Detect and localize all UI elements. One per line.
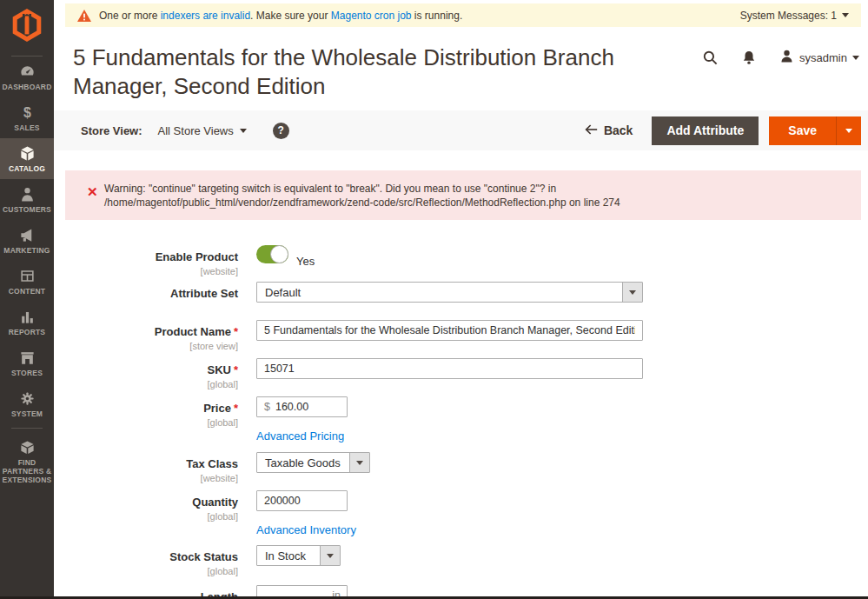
add-attribute-button[interactable]: Add Attribute — [652, 116, 759, 145]
sidebar-item-marketing[interactable]: MARKETING — [0, 220, 54, 261]
store-view-label: Store View: — [81, 124, 142, 137]
enable-product-label: Enable Product — [156, 250, 238, 263]
admin-user-menu[interactable]: sysadmin — [779, 49, 859, 66]
system-notice-bar: One or more indexers are invalid. Make s… — [65, 3, 861, 27]
magento-logo-icon[interactable] — [0, 0, 54, 56]
required-marker: * — [234, 402, 238, 415]
help-icon[interactable]: ? — [273, 123, 289, 139]
select-arrow-button — [622, 283, 642, 302]
chevron-down-icon — [356, 461, 363, 465]
sidebar-item-find-partners[interactable]: FIND PARTNERS & EXTENSIONS — [0, 432, 54, 490]
page-actions-toolbar: Store View: All Store Views ? Back Add A… — [54, 110, 868, 150]
save-options-toggle[interactable] — [836, 116, 861, 145]
tax-class-label: Tax Class — [186, 457, 238, 470]
extensions-box-icon — [2, 439, 52, 456]
save-button-group: Save — [769, 116, 861, 145]
stock-status-select[interactable]: In Stock — [256, 545, 341, 566]
product-name-input[interactable] — [256, 320, 643, 341]
sku-input[interactable] — [256, 358, 643, 379]
sidebar-item-dashboard[interactable]: DASHBOARD — [0, 57, 54, 97]
sidebar-item-system[interactable]: SYSTEM — [0, 383, 54, 424]
system-gear-icon — [2, 390, 52, 408]
sidebar-item-stores[interactable]: STORES — [0, 343, 54, 383]
sidebar-item-customers[interactable]: CUSTOMERS — [0, 179, 54, 220]
sku-label: SKU — [207, 363, 230, 376]
sidebar-label: CONTENT — [2, 287, 52, 296]
toggle-value-label: Yes — [296, 255, 315, 268]
php-warning-message: ✕ Warning: "continue" targeting switch i… — [65, 170, 861, 220]
back-button[interactable]: Back — [585, 123, 633, 137]
user-avatar-icon — [779, 49, 794, 66]
required-marker: * — [234, 363, 238, 376]
sidebar-label: DASHBOARD — [2, 83, 52, 91]
quantity-input[interactable] — [256, 490, 348, 511]
sidebar-label: CUSTOMERS — [2, 205, 52, 214]
chevron-down-icon — [629, 290, 636, 295]
chevron-down-icon — [327, 554, 334, 558]
scope-label: [website] — [54, 266, 238, 276]
admin-sidebar: DASHBOARD $ SALES CATALOG CUSTOMERS MARK… — [0, 0, 54, 599]
sidebar-label: MARKETING — [2, 246, 52, 255]
tax-class-select[interactable]: Taxable Goods — [256, 452, 370, 473]
notice-text: . Make sure your — [250, 10, 331, 22]
advanced-inventory-link[interactable]: Advanced Inventory — [256, 523, 356, 536]
toggle-knob — [270, 245, 288, 263]
product-name-label: Product Name — [155, 325, 231, 338]
scope-label: [website] — [54, 473, 238, 483]
store-view-value: All Store Views — [158, 124, 234, 137]
notice-text: One or more — [99, 10, 161, 22]
stores-icon — [2, 349, 52, 367]
php-warning-text: Warning: "continue" targeting switch is … — [104, 182, 791, 210]
attribute-set-value: Default — [257, 286, 622, 299]
notifications-bell-icon[interactable] — [741, 50, 757, 66]
chevron-down-icon — [240, 129, 247, 133]
username-label: sysadmin — [799, 51, 847, 64]
enable-product-toggle[interactable] — [256, 245, 288, 263]
chevron-down-icon — [842, 13, 849, 17]
search-icon[interactable] — [702, 50, 719, 66]
tax-class-value: Taxable Goods — [257, 456, 349, 469]
sidebar-item-content[interactable]: CONTENT — [0, 261, 54, 302]
warning-triangle-icon — [77, 10, 91, 22]
scope-label: [global] — [54, 379, 238, 389]
scope-label: [store view] — [54, 341, 238, 351]
customers-icon — [2, 186, 52, 203]
stock-status-value: In Stock — [257, 549, 320, 562]
price-input[interactable] — [275, 401, 328, 413]
stock-status-label: Stock Status — [169, 550, 238, 563]
sidebar-label: FIND PARTNERS & EXTENSIONS — [2, 458, 52, 484]
notice-message: One or more indexers are invalid. Make s… — [99, 10, 740, 22]
select-arrow-button — [320, 546, 340, 565]
currency-symbol: $ — [257, 401, 275, 413]
error-x-icon: ✕ — [87, 184, 98, 200]
sidebar-item-sales[interactable]: $ SALES — [0, 97, 54, 138]
system-messages-dropdown[interactable]: System Messages: 1 — [740, 10, 849, 22]
sidebar-label: SYSTEM — [2, 409, 52, 418]
back-label: Back — [604, 123, 633, 137]
advanced-pricing-link[interactable]: Advanced Pricing — [256, 429, 344, 443]
reports-icon — [2, 309, 52, 326]
attribute-set-select[interactable]: Default — [256, 282, 643, 303]
scope-label: [global] — [54, 566, 238, 576]
content-icon — [2, 268, 52, 285]
store-view-switcher[interactable]: All Store Views — [158, 124, 247, 137]
chevron-down-icon — [852, 56, 859, 60]
sidebar-item-catalog[interactable]: CATALOG — [0, 138, 54, 179]
sidebar-label: REPORTS — [2, 328, 52, 336]
required-marker: * — [234, 325, 238, 338]
system-messages-count: System Messages: 1 — [740, 10, 837, 22]
catalog-icon — [2, 145, 52, 163]
sidebar-label: STORES — [2, 369, 52, 377]
quantity-label: Quantity — [192, 496, 238, 509]
magento-cron-link[interactable]: Magento cron job — [331, 10, 412, 22]
scope-label: [global] — [54, 417, 238, 428]
notice-text: is running. — [412, 10, 463, 22]
back-arrow-icon — [585, 123, 598, 137]
sidebar-item-reports[interactable]: REPORTS — [0, 302, 54, 343]
indexers-invalid-link[interactable]: indexers are invalid — [161, 10, 250, 22]
sales-icon: $ — [2, 104, 52, 122]
save-button[interactable]: Save — [769, 116, 836, 145]
chevron-down-icon — [845, 129, 852, 133]
sidebar-label: SALES — [2, 123, 52, 132]
page-title: 5 Fundamentals for the Wholesale Distrib… — [73, 43, 673, 101]
